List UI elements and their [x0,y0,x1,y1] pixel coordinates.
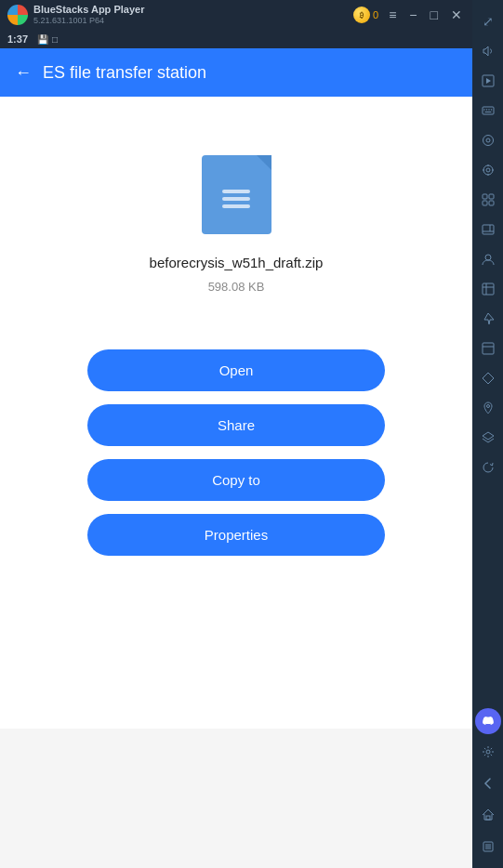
target-icon[interactable] [475,157,501,183]
open-button[interactable]: Open [87,349,385,391]
window-status-icon: □ [52,34,58,45]
gallery-icon[interactable] [475,276,501,302]
zip-line-1 [222,190,250,193]
window-controls: ₿ 0 ≡ − □ ✕ [353,7,465,23]
close-button[interactable]: ✕ [448,7,465,22]
share-button[interactable]: Share [87,404,385,446]
zip-line-2 [222,197,250,201]
svg-rect-24 [483,283,494,295]
avatar-icon[interactable] [475,246,501,272]
minimize-button[interactable]: − [406,7,419,22]
status-icons: 💾 □ [37,34,58,45]
expand-icon[interactable]: ⤢ [475,8,501,34]
zip-line-3 [222,204,250,208]
zip-lines [222,190,250,208]
right-sidebar: ⤢ [472,0,503,868]
svg-rect-17 [489,194,494,199]
svg-rect-18 [483,201,487,205]
screen-title: ES file transfer station [43,63,206,83]
sidebar-bottom [475,708,501,861]
restore-button[interactable]: □ [428,7,441,22]
diamond-icon[interactable] [475,365,501,391]
back-button[interactable]: ← [15,63,32,83]
app-name: BlueStacks App Player [33,4,144,16]
coin-count: 0 [373,9,378,20]
svg-point-9 [486,138,490,142]
svg-marker-29 [483,373,494,384]
layout-icon[interactable] [475,335,501,362]
copy-to-button[interactable]: Copy to [87,459,385,501]
volume-icon[interactable] [475,38,501,64]
status-bar: 1:37 💾 □ [0,30,472,48]
back-nav-icon[interactable] [475,770,501,796]
svg-point-10 [483,165,493,175]
svg-rect-19 [489,201,494,205]
recent-apps-icon[interactable] [475,834,501,860]
svg-rect-32 [486,816,490,820]
svg-rect-20 [483,225,494,234]
home-icon[interactable] [475,802,501,828]
svg-point-8 [483,136,493,146]
file-name: beforecrysis_w51h_draft.zip [150,255,324,270]
svg-marker-1 [486,78,491,84]
layers-icon[interactable] [475,425,501,451]
action-buttons: Open Share Copy to Properties [87,349,385,556]
bluestacks-logo [7,5,28,25]
title-bar: BlueStacks App Player 5.21.631.1001 P64 … [0,0,472,30]
rotate-icon[interactable] [475,454,501,480]
play-icon[interactable] [475,68,501,94]
svg-rect-27 [483,343,494,354]
app-header: ← ES file transfer station [0,48,472,97]
settings-icon[interactable] [475,739,501,765]
svg-rect-2 [483,107,494,114]
properties-button[interactable]: Properties [87,514,385,556]
location-icon[interactable] [475,395,501,421]
file-size: 598.08 KB [208,280,265,294]
main-content: beforecrysis_w51h_draft.zip 598.08 KB Op… [0,97,472,729]
airplane-icon[interactable] [475,306,501,332]
file-icon-container [194,152,278,236]
svg-point-31 [486,750,490,754]
zip-file-icon [202,155,271,234]
widget-icon[interactable] [475,187,501,213]
svg-point-30 [486,405,489,408]
screenshot-icon[interactable] [475,217,501,243]
save-status-icon: 💾 [37,34,48,45]
status-time: 1:37 [7,33,28,45]
gamepad-icon[interactable] [475,127,501,153]
keyboard-icon[interactable] [475,98,501,124]
svg-rect-16 [483,194,487,199]
bottom-area [0,729,472,868]
discord-button[interactable] [475,708,501,734]
svg-point-23 [485,255,491,260]
app-version: 5.21.631.1001 P64 [33,16,144,26]
svg-point-11 [486,168,490,172]
menu-button[interactable]: ≡ [386,7,399,22]
coin-area: ₿ 0 [353,7,378,23]
coin-icon: ₿ [353,7,370,23]
